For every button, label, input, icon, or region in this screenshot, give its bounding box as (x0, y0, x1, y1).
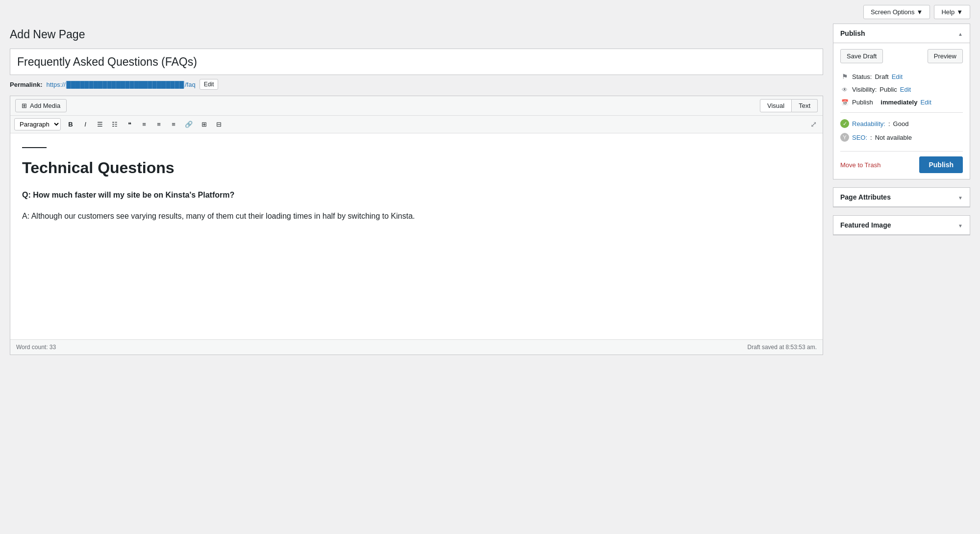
visibility-label: Visibility: (852, 86, 877, 93)
publish-top-actions: Save Draft Preview (840, 49, 963, 63)
readability-separator: : (888, 120, 890, 127)
add-media-icon: ⊞ (22, 102, 27, 109)
permalink-prefix: https:// (46, 81, 65, 88)
more-button[interactable]: ⊟ (212, 118, 226, 130)
link-button[interactable]: 🔗 (181, 118, 196, 130)
seo-separator: : (870, 134, 872, 141)
featured-image-header[interactable]: Featured Image (833, 216, 970, 235)
format-toolbar: Paragraph B I ☰ ☷ ❝ ≡ ≡ ≡ 🔗 ⊞ ⊟ ⤢ (10, 116, 823, 133)
permalink-url[interactable]: https://██████████████████████████/faq (46, 81, 195, 88)
permalink-edit-button[interactable]: Edit (200, 79, 219, 90)
publish-button[interactable]: Publish (919, 156, 963, 173)
align-center-button[interactable]: ≡ (152, 118, 166, 130)
blockquote-button[interactable]: ❝ (123, 118, 136, 130)
seo-icon: Y (840, 133, 849, 142)
editor-heading: Technical Questions (22, 158, 811, 178)
seo-row: Y SEO: : Not available (840, 130, 963, 144)
page-attributes-title: Page Attributes (840, 193, 891, 201)
right-column: Publish Save Draft Preview ⚑ Status: Dra… (833, 24, 970, 355)
publish-metabox-title: Publish (840, 29, 865, 37)
readability-value: Good (893, 120, 909, 127)
readability-link[interactable]: Readability: (852, 120, 885, 127)
top-bar: Screen Options ▼ Help ▼ (0, 0, 980, 24)
chevron-down-icon: ▼ (917, 8, 923, 16)
featured-image-title: Featured Image (840, 221, 891, 229)
table-button[interactable]: ⊞ (197, 118, 211, 130)
editor-answer: A: Although our customers see varying re… (22, 209, 811, 223)
permalink-label: Permalink: (10, 81, 42, 88)
calendar-icon (840, 98, 849, 106)
permalink-faq: /faq (185, 81, 196, 88)
visibility-value: Public (879, 86, 897, 93)
italic-button[interactable]: I (78, 118, 92, 130)
visual-text-tabs: Visual Text (760, 99, 818, 112)
save-draft-button[interactable]: Save Draft (840, 49, 883, 63)
publish-metabox: Publish Save Draft Preview ⚑ Status: Dra… (833, 24, 970, 179)
editor-question: Q: How much faster will my site be on Ki… (22, 188, 811, 202)
paragraph-select[interactable]: Paragraph (14, 118, 61, 130)
screen-options-label: Screen Options (871, 8, 915, 16)
visibility-edit-link[interactable]: Edit (900, 86, 911, 93)
status-icon: ⚑ (840, 73, 849, 80)
publish-metabox-header[interactable]: Publish (833, 24, 970, 43)
title-input[interactable] (10, 49, 823, 75)
readability-icon: ✓ (840, 119, 849, 128)
screen-options-button[interactable]: Screen Options ▼ (863, 5, 930, 19)
visibility-row: Visibility: Public Edit (840, 83, 963, 96)
publish-bottom-actions: Move to Trash Publish (840, 151, 963, 173)
status-label: Status: (852, 73, 872, 80)
main-wrapper: Add New Page Permalink: https://████████… (0, 24, 980, 365)
visual-tab[interactable]: Visual (760, 99, 792, 112)
editor-top-toolbar: ⊞ Add Media Visual Text (10, 96, 823, 116)
align-left-button[interactable]: ≡ (137, 118, 151, 130)
seo-link[interactable]: SEO: (852, 134, 867, 141)
seo-value: Not available (875, 134, 912, 141)
featured-image-metabox: Featured Image (833, 215, 970, 235)
publish-metabox-toggle (958, 29, 963, 38)
status-edit-link[interactable]: Edit (892, 73, 903, 80)
permalink-slug-mask: ██████████████████████████ (66, 81, 185, 88)
publish-divider (840, 112, 963, 113)
chevron-down-icon: ▼ (956, 8, 963, 16)
visibility-icon (840, 85, 849, 93)
left-column: Add New Page Permalink: https://████████… (10, 24, 823, 355)
page-attributes-header[interactable]: Page Attributes (833, 188, 970, 207)
publish-edit-link[interactable]: Edit (920, 99, 931, 106)
preview-button[interactable]: Preview (928, 49, 963, 63)
editor-content[interactable]: Technical Questions Q: How much faster w… (10, 133, 823, 339)
editor-hr (22, 147, 47, 148)
publish-date-row: Publish immediately Edit (840, 96, 963, 108)
add-media-label: Add Media (30, 102, 60, 109)
editor-container: ⊞ Add Media Visual Text Paragraph B I ☰ … (10, 96, 823, 355)
word-count: Word count: 33 (16, 344, 56, 351)
page-attributes-toggle (958, 193, 963, 202)
featured-image-toggle (958, 221, 963, 229)
fullscreen-button[interactable]: ⤢ (808, 118, 819, 131)
publish-metabox-body: Save Draft Preview ⚑ Status: Draft Edit … (833, 43, 970, 179)
add-media-button[interactable]: ⊞ Add Media (15, 99, 67, 112)
page-attributes-metabox: Page Attributes (833, 187, 970, 207)
readability-row: ✓ Readability: : Good (840, 117, 963, 130)
publish-value: immediately (880, 99, 917, 106)
move-to-trash-link[interactable]: Move to Trash (840, 161, 880, 169)
help-label: Help (941, 8, 955, 16)
text-tab[interactable]: Text (792, 99, 818, 112)
help-button[interactable]: Help ▼ (934, 5, 970, 19)
bold-button[interactable]: B (64, 118, 77, 130)
status-value: Draft (875, 73, 888, 80)
draft-saved: Draft saved at 8:53:53 am. (748, 344, 817, 351)
editor-footer: Word count: 33 Draft saved at 8:53:53 am… (10, 339, 823, 355)
align-right-button[interactable]: ≡ (167, 118, 180, 130)
permalink-bar: Permalink: https://█████████████████████… (10, 75, 823, 94)
unordered-list-button[interactable]: ☰ (93, 118, 107, 130)
page-title: Add New Page (10, 24, 823, 49)
status-row: ⚑ Status: Draft Edit (840, 70, 963, 83)
ordered-list-button[interactable]: ☷ (108, 118, 122, 130)
publish-label: Publish (852, 99, 873, 106)
